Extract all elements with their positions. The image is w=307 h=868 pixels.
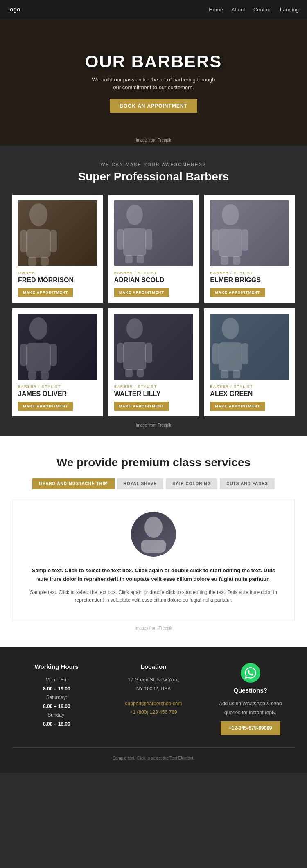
svg-rect-37	[141, 540, 166, 553]
footer: Working Hours Mon – Fri: 8.00 – 19.00 Sa…	[0, 647, 307, 773]
nav-home[interactable]: Home	[209, 7, 223, 13]
make-appointment-btn-1[interactable]: MAKE APPOINTMENT	[18, 288, 73, 297]
svg-rect-17	[233, 256, 240, 265]
hero-credit-link[interactable]: Freepik	[158, 138, 171, 142]
svg-rect-27	[145, 343, 152, 363]
services-credit-link[interactable]: Freepik	[159, 626, 172, 630]
hero-credit: Image from Freepik	[0, 138, 307, 142]
location-email[interactable]: support@barbershop.com	[109, 701, 198, 706]
make-appointment-btn-5[interactable]: MAKE APPOINTMENT	[114, 402, 169, 411]
nav-landing[interactable]: Landing	[280, 7, 299, 13]
service-desc-secondary: Sample text. Click to select the text bo…	[29, 589, 278, 604]
hours-row-1: Saturday: 8.00 – 18.00	[12, 693, 101, 711]
svg-rect-33	[242, 343, 248, 364]
barber-photo-5	[114, 314, 193, 380]
make-appointment-btn-4[interactable]: MAKE APPOINTMENT	[18, 402, 73, 411]
tab-royal-shave[interactable]: ROYAL SHAVE	[117, 478, 163, 489]
svg-rect-1	[26, 229, 51, 258]
svg-rect-32	[212, 343, 219, 364]
barber-name-6: ALEX GREEN	[210, 390, 289, 398]
tab-hair-coloring[interactable]: HAIR COLORING	[166, 478, 217, 489]
services-tabs: BEARD AND MUSTACHE TRIM ROYAL SHAVE HAIR…	[12, 478, 295, 489]
location-address: 17 Green St, New York, NY 10002, USA	[109, 676, 198, 693]
barber-photo-4	[18, 314, 97, 380]
svg-rect-28	[125, 369, 133, 377]
barbers-credit-text: Image from	[136, 423, 158, 427]
barber-card-3: BARBER / STYLIST ELMER BRIGGS MAKE APPOI…	[204, 195, 295, 303]
footer-bottom-text: Sample text. Click to select the Text El…	[113, 756, 194, 760]
svg-rect-16	[221, 256, 228, 265]
svg-rect-22	[28, 371, 36, 380]
hours-row-2: Sunday: 8.00 – 18.00	[12, 711, 101, 729]
hours-value-2: 8.00 – 18.00	[12, 720, 101, 729]
nav-contact[interactable]: Contact	[253, 7, 272, 13]
svg-rect-34	[221, 370, 228, 378]
nav-about[interactable]: About	[231, 7, 245, 13]
book-appointment-button[interactable]: BOOK AN APPOINTMENT	[110, 99, 197, 113]
barber-card-6: BARBER / STYLIST ALEX GREEN MAKE APPOINT…	[204, 308, 295, 416]
barbers-grid: OWNER FRED MORRISON MAKE APPOINTMENT BAR…	[12, 195, 295, 416]
hero-heading: OUR BARBERS	[85, 52, 222, 72]
footer-questions: Questions? Add us on WhatsApp & send que…	[206, 663, 295, 735]
barber-name-1: FRED MORRISON	[18, 277, 97, 284]
barber-role-3: BARBER / STYLIST	[210, 271, 289, 275]
services-credit-text: Images from	[135, 626, 158, 630]
svg-rect-11	[137, 255, 144, 263]
svg-rect-35	[233, 370, 240, 378]
make-appointment-btn-2[interactable]: MAKE APPOINTMENT	[114, 288, 169, 297]
barbers-credit-link[interactable]: Freepik	[158, 423, 171, 427]
hours-label-1: Saturday:	[12, 693, 101, 702]
barber-name-2: ADRIAN SCOLD	[114, 277, 193, 284]
barbers-section: WE CAN MAKE YOUR AWESOMENESS Super Profe…	[0, 146, 307, 436]
svg-rect-19	[26, 343, 51, 371]
make-appointment-btn-3[interactable]: MAKE APPOINTMENT	[210, 288, 265, 297]
make-appointment-btn-6[interactable]: MAKE APPOINTMENT	[210, 402, 265, 411]
barber-role-2: BARBER / STYLIST	[114, 271, 193, 275]
svg-rect-20	[20, 344, 27, 366]
service-desc-main: Sample text. Click to select the text bo…	[29, 567, 278, 584]
svg-point-0	[29, 203, 47, 226]
barber-role-5: BARBER / STYLIST	[114, 385, 193, 389]
barbers-credit: Image from Freepik	[12, 423, 295, 427]
location-phone[interactable]: +1 (800) 123 456 789	[130, 709, 177, 715]
svg-rect-7	[123, 228, 146, 256]
svg-point-18	[29, 317, 47, 340]
barber-name-3: ELMER BRIGGS	[210, 277, 289, 284]
svg-point-36	[144, 517, 163, 538]
footer-location: Location 17 Green St, New York, NY 10002…	[109, 663, 198, 735]
hours-label-2: Sunday:	[12, 711, 101, 720]
barber-role-6: BARBER / STYLIST	[210, 385, 289, 389]
svg-rect-25	[123, 342, 146, 370]
tab-cuts-fades[interactable]: CUTS AND FADES	[220, 478, 274, 489]
tab-beard-mustache[interactable]: BEARD AND MUSTACHE TRIM	[32, 478, 115, 489]
location-title: Location	[109, 663, 198, 670]
svg-rect-31	[219, 342, 242, 371]
barber-name-4: JAMES OLIVER	[18, 390, 97, 398]
svg-rect-13	[219, 229, 242, 257]
barber-photo-6	[210, 314, 289, 380]
svg-point-12	[222, 204, 239, 225]
barber-role-1: OWNER	[18, 271, 97, 275]
barber-photo-2	[114, 200, 193, 266]
svg-rect-10	[125, 255, 133, 263]
svg-rect-15	[242, 229, 248, 251]
svg-rect-2	[20, 230, 27, 252]
service-avatar	[131, 512, 176, 557]
barber-photo-1	[18, 200, 97, 266]
navbar: logo Home About Contact Landing	[0, 0, 307, 19]
svg-rect-9	[145, 229, 152, 250]
whatsapp-button[interactable]: +12-345-678-89089	[221, 721, 280, 735]
barber-card-5: BARBER / STYLIST WALTER LILLY MAKE APPOI…	[108, 308, 199, 416]
barbers-title: Super Professional Barbers	[12, 170, 295, 183]
barber-name-5: WALTER LILLY	[114, 390, 193, 398]
barber-photo-3	[210, 200, 289, 266]
svg-rect-29	[137, 369, 144, 377]
services-credit: Images from Freepik	[12, 626, 295, 630]
svg-rect-23	[41, 371, 49, 380]
svg-rect-14	[212, 229, 219, 251]
nav-logo: logo	[8, 6, 20, 13]
services-section: We provide premium class services BEARD …	[0, 436, 307, 647]
nav-links: Home About Contact Landing	[209, 7, 299, 13]
questions-title: Questions?	[206, 687, 295, 694]
hours-label-0: Mon – Fri:	[12, 676, 101, 685]
